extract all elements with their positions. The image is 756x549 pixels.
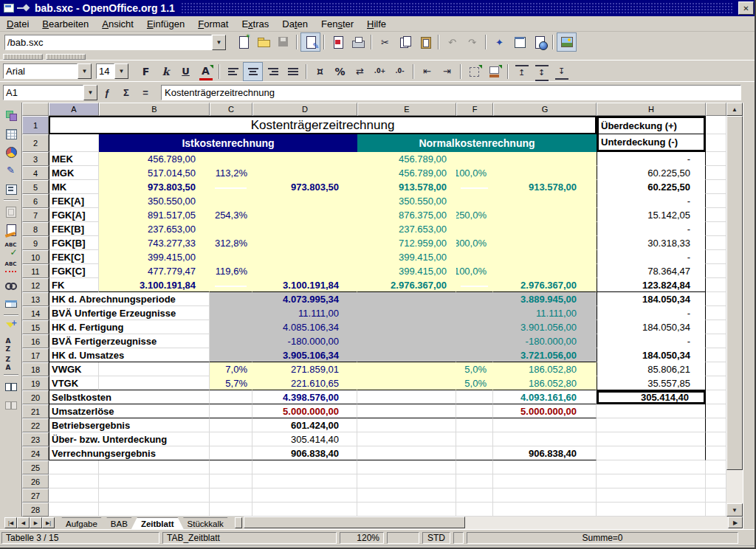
cell-C23[interactable] (210, 432, 252, 446)
cell-F6[interactable] (456, 194, 493, 208)
currency-button[interactable]: ¤ (310, 62, 330, 81)
row-header-25[interactable]: 25 (22, 460, 49, 474)
column-header-D[interactable]: D (252, 103, 357, 116)
align-center-vertical-button[interactable]: ↕ (532, 62, 551, 81)
cell-I16[interactable] (706, 334, 726, 348)
cell-H15[interactable]: 184.050,34 (597, 320, 706, 334)
cell-C7[interactable]: 254,3% (210, 208, 252, 222)
menu-ansicht[interactable]: Ansicht (95, 18, 140, 30)
cell-D20[interactable]: 4.398.576,00 (252, 390, 357, 404)
bold-button[interactable]: F (136, 62, 156, 81)
column-header-F[interactable]: F (456, 103, 493, 116)
column-header-G[interactable]: G (493, 103, 597, 116)
cell-H24[interactable] (597, 446, 706, 460)
cell-E6[interactable]: 350.550,00 (357, 194, 456, 208)
name-box[interactable]: A1 ▼ (3, 85, 97, 100)
spellcheck-button[interactable] (1, 239, 21, 258)
insert-frame-button[interactable] (1, 202, 21, 221)
sum-icon[interactable]: Σ (117, 85, 136, 101)
cell-F17[interactable] (456, 348, 493, 362)
cell-I25[interactable] (706, 460, 726, 474)
row-header-7[interactable]: 7 (22, 208, 49, 222)
sort-ascending-button[interactable] (1, 336, 21, 354)
menu-extras[interactable]: Extras (235, 18, 275, 30)
font-name-dropdown-icon[interactable]: ▼ (78, 63, 92, 79)
cell-E12[interactable]: 2.976.367,00 (357, 278, 456, 292)
print-button[interactable] (348, 32, 368, 52)
cell-C16[interactable] (210, 334, 252, 348)
cell-H22[interactable] (597, 418, 706, 432)
cell-G11[interactable] (493, 264, 597, 278)
cell-F26[interactable] (456, 474, 493, 488)
cell-A19[interactable]: VTGK (49, 376, 99, 390)
align-right-button[interactable] (263, 62, 283, 81)
align-center-button[interactable] (243, 62, 263, 81)
cell-D11[interactable] (252, 264, 357, 278)
cell-A25[interactable] (49, 460, 99, 474)
autospellcheck-button[interactable] (1, 258, 21, 276)
horizontal-scrollbar[interactable]: ▶ (244, 517, 743, 529)
horizontal-scroll-thumb[interactable] (244, 517, 465, 528)
cell-I27[interactable] (706, 488, 726, 503)
cell-G7[interactable] (493, 208, 597, 222)
cell-E23[interactable] (357, 432, 456, 446)
cell-H21[interactable] (597, 404, 706, 418)
cell-D15[interactable]: 4.085.106,34 (252, 320, 357, 334)
sheet-tab-bab[interactable]: BAB (101, 517, 137, 529)
cell-E21[interactable] (357, 404, 456, 418)
cell-G3[interactable] (493, 152, 597, 166)
font-size-combo[interactable]: 14 ▼ (96, 63, 128, 79)
cell-E19[interactable] (357, 376, 456, 390)
cell-G19[interactable]: 186.052,80 (493, 376, 597, 390)
save-button[interactable] (273, 32, 293, 52)
cell-H11[interactable]: 78.364,47 (597, 264, 706, 278)
name-box-dropdown-icon[interactable]: ▼ (83, 85, 97, 100)
cell-D18[interactable]: 271.859,01 (252, 362, 357, 376)
cell-I12[interactable] (706, 278, 726, 292)
cell-I7[interactable] (706, 208, 726, 222)
row-header-16[interactable]: 16 (22, 334, 49, 348)
borders-button[interactable] (464, 62, 484, 81)
cell-C10[interactable] (210, 250, 252, 264)
cell-H19[interactable]: 35.557,85 (597, 376, 706, 390)
cell-D26[interactable] (252, 474, 357, 488)
cell-E16[interactable] (357, 334, 456, 348)
cell-I15[interactable] (706, 320, 726, 334)
cell-A13[interactable]: HK d. Abrechnungsperiode (49, 292, 210, 306)
sheet-tab-stckkalk[interactable]: Stückkalk (178, 517, 233, 529)
cell-H1[interactable]: Überdeckung (+) (597, 116, 706, 134)
cell-D13[interactable]: 4.073.995,34 (252, 292, 357, 306)
cell-A17[interactable]: HK d. Umsatzes (49, 348, 210, 362)
standard-format-button[interactable]: ⇄ (350, 62, 370, 81)
cell-E22[interactable] (357, 418, 456, 432)
cell-H26[interactable] (597, 474, 706, 488)
cell-D3[interactable] (252, 152, 357, 166)
cell-B28[interactable] (99, 503, 210, 517)
url-dropdown-icon[interactable]: ▼ (212, 35, 226, 50)
row-header-1[interactable]: 1 (22, 116, 49, 134)
redo-button[interactable]: ↷ (462, 32, 482, 52)
export-pdf-button[interactable] (328, 32, 348, 52)
cell-H5[interactable]: 60.225,50 (597, 180, 706, 194)
cell-I6[interactable] (706, 194, 726, 208)
menu-daten[interactable]: Daten (275, 18, 315, 30)
delete-decimal-button[interactable]: .0- (390, 62, 410, 81)
cell-E10[interactable]: 399.415,00 (357, 250, 456, 264)
cell-H17[interactable]: 184.050,34 (597, 348, 706, 362)
cell-B19[interactable] (99, 376, 210, 390)
hyperlink-button[interactable] (529, 32, 549, 52)
cell-I21[interactable] (706, 404, 726, 418)
cell-G16[interactable]: -180.000,00 (493, 334, 597, 348)
cell-F13[interactable] (456, 292, 493, 306)
cell-A6[interactable]: FEK[A] (49, 194, 99, 208)
zoom-panel[interactable]: 120% (340, 532, 384, 544)
cell-F27[interactable] (456, 488, 493, 503)
url-value[interactable]: /bab.sxc (4, 35, 212, 50)
cell-E5[interactable]: 913.578,00 (357, 180, 456, 194)
row-header-10[interactable]: 10 (22, 250, 49, 264)
cell-C12[interactable] (210, 278, 252, 292)
cell-A14[interactable]: BVÄ Unfertige Erzeugnisse (49, 306, 210, 320)
align-bottom-button[interactable]: ↧ (551, 62, 571, 81)
cell-H23[interactable] (597, 432, 706, 446)
cell-G12[interactable]: 2.976.367,00 (493, 278, 597, 292)
